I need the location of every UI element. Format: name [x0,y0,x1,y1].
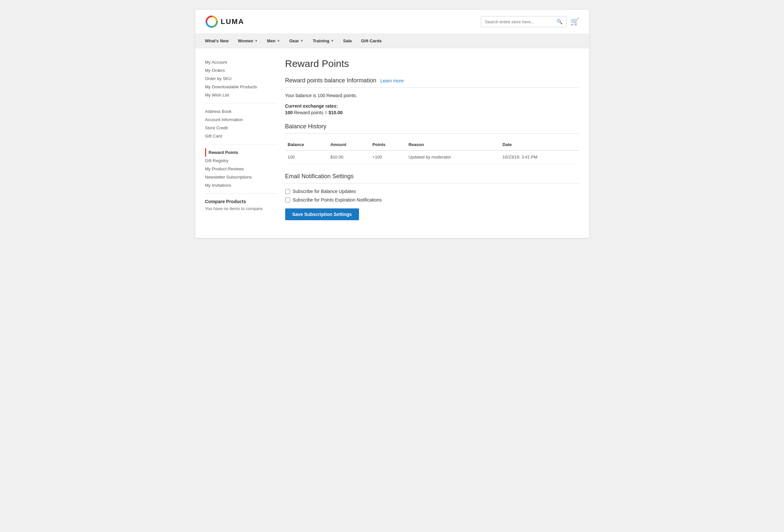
exchange-label: Current exchange rates: [285,103,579,109]
balance-history-table: Balance Amount Points Reason Date 100 $1… [285,139,579,164]
cart-icon[interactable]: 🛒 [570,18,579,26]
sidebar-item-my-account[interactable]: My Account [205,58,277,66]
cell-balance: 100 [285,151,328,164]
header: LUMA 🔍 🛒 [195,10,589,34]
page-title: Reward Points [285,58,579,69]
col-date: Date [500,139,579,151]
subscribe-balance-label[interactable]: Subscribe for Balance Updates [293,189,356,194]
balance-section-header: Reward points balance Information Learn … [285,77,579,88]
search-button[interactable]: 🔍 [553,17,566,27]
nav-item-sale[interactable]: Sale [343,34,352,48]
compare-products-title: Compare Products [205,199,277,204]
sidebar-item-reward-points[interactable]: Reward Points [205,148,277,157]
chevron-down-icon: ▼ [300,39,304,43]
chevron-down-icon: ▼ [277,39,280,43]
sidebar-item-store-credit[interactable]: Store Credit [205,124,277,132]
luma-logo-icon [205,15,218,28]
table-body: 100 $10.00 +100 Updated by moderator 10/… [285,151,579,164]
nav-item-gear[interactable]: Gear ▼ [289,34,304,48]
balance-section-title: Reward points balance Information [285,77,376,84]
balance-history-title: Balance History [285,123,327,130]
email-notification-section: Email Notification Settings Subscribe fo… [285,173,579,220]
balance-history-header: Balance History [285,123,579,134]
exchange-unit: Reward points = [294,110,329,115]
email-notification-title: Email Notification Settings [285,173,354,180]
sidebar-section-3: Reward Points Gift Registry My Product R… [205,148,277,194]
table-row: 100 $10.00 +100 Updated by moderator 10/… [285,151,579,164]
svg-point-1 [209,19,214,24]
sidebar-section-2: Address Book Account Information Store C… [205,107,277,144]
cell-date: 10/23/19, 3:41 PM [500,151,579,164]
nav-item-women[interactable]: Women ▼ [238,34,258,48]
logo[interactable]: LUMA [205,15,245,28]
search-input[interactable] [481,17,553,27]
compare-products-text: You have no items to compare. [205,206,277,211]
exchange-rates: Current exchange rates: 100 Reward point… [285,103,579,115]
sidebar-item-account-information[interactable]: Account Information [205,115,277,124]
checkbox-row-1: Subscribe for Balance Updates [285,189,579,194]
checkbox-row-2: Subscribe for Points Expiration Notifica… [285,197,579,202]
col-balance: Balance [285,139,328,151]
sidebar-item-my-invitations[interactable]: My Invitations [205,181,277,189]
subscribe-expiration-checkbox[interactable] [285,198,290,202]
email-notification-header: Email Notification Settings [285,173,579,184]
chevron-down-icon: ▼ [255,39,258,43]
exchange-points: 100 [285,110,293,115]
nav-item-men[interactable]: Men ▼ [267,34,280,48]
nav-item-whats-new[interactable]: What's New [205,34,229,48]
sidebar-item-my-orders[interactable]: My Orders [205,66,277,75]
sidebar-item-newsletter-subscriptions[interactable]: Newsletter Subscriptions [205,173,277,181]
exchange-value: 100 Reward points = $10.00 [285,110,579,115]
table-head: Balance Amount Points Reason Date [285,139,579,151]
balance-history-section: Balance History Balance Amount Points Re… [285,123,579,164]
col-points: Points [370,139,406,151]
learn-more-link[interactable]: Learn more [380,78,404,83]
balance-text: Your balance is 100 Reward points. [285,93,579,98]
sidebar-item-downloadable-products[interactable]: My Downloadable Products [205,83,277,91]
main-content: Reward Points Reward points balance Info… [285,58,579,228]
nav-bar: What's New Women ▼ Men ▼ Gear ▼ Training… [195,34,589,48]
chevron-down-icon: ▼ [331,39,334,43]
save-subscription-button[interactable]: Save Subscription Settings [285,208,359,220]
sidebar-item-address-book[interactable]: Address Book [205,107,277,115]
sidebar-item-order-by-sku[interactable]: Order by SKU [205,75,277,83]
sidebar-item-gift-card[interactable]: Gift Card [205,132,277,140]
page-wrapper: LUMA 🔍 🛒 What's New Women ▼ Men ▼ Gear ▼… [195,10,589,238]
balance-info-section: Reward points balance Information Learn … [285,77,579,115]
sidebar-item-product-reviews[interactable]: My Product Reviews [205,165,277,173]
table-header-row: Balance Amount Points Reason Date [285,139,579,151]
content-area: My Account My Orders Order by SKU My Dow… [195,48,589,238]
logo-text: LUMA [221,18,245,26]
subscribe-balance-checkbox[interactable] [285,189,290,194]
sidebar-section-1: My Account My Orders Order by SKU My Dow… [205,58,277,103]
sidebar: My Account My Orders Order by SKU My Dow… [205,58,277,211]
sidebar-item-gift-registry[interactable]: Gift Registry [205,157,277,165]
search-bar: 🔍 [481,16,566,27]
col-reason: Reason [406,139,500,151]
search-icon: 🔍 [557,19,563,24]
cell-reason: Updated by moderator [406,151,500,164]
compare-products: Compare Products You have no items to co… [205,199,277,211]
sidebar-item-wish-list[interactable]: My Wish List [205,91,277,99]
nav-item-training[interactable]: Training ▼ [313,34,334,48]
cell-amount: $10.00 [328,151,369,164]
nav-item-gift-cards[interactable]: Gift Cards [361,34,382,48]
cell-points: +100 [370,151,406,164]
col-amount: Amount [328,139,369,151]
subscribe-expiration-label[interactable]: Subscribe for Points Expiration Notifica… [293,197,382,202]
header-right: 🔍 🛒 [481,16,579,27]
exchange-amount: $10.00 [329,110,343,115]
